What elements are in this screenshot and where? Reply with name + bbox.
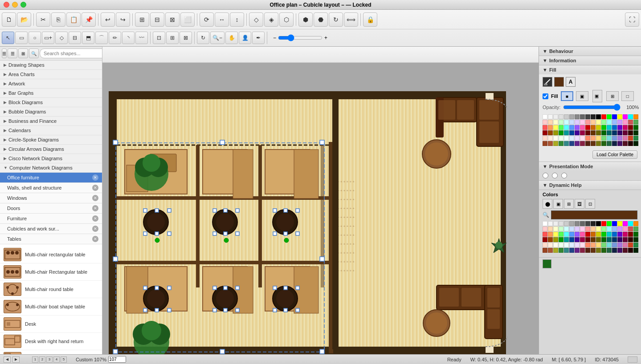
color-swatch[interactable] [601, 120, 606, 125]
color-swatch[interactable] [548, 136, 553, 141]
behaviour-header[interactable]: ▼ Behaviour [539, 47, 641, 56]
grid-view-button[interactable]: ⊞ [18, 49, 28, 58]
color-swatch[interactable] [607, 232, 612, 237]
pencil-tool[interactable]: ✏ [109, 32, 121, 44]
color-swatch[interactable] [553, 141, 558, 146]
connector-tool[interactable]: ⊟ [69, 32, 81, 44]
color-gradient-tool[interactable]: ▣ [553, 199, 563, 209]
color-swatch[interactable] [553, 120, 558, 125]
freehand-tool[interactable]: 〰 [135, 32, 148, 44]
color-swatch[interactable] [585, 136, 590, 141]
color-swatch[interactable] [617, 136, 622, 141]
presentation-mode-header[interactable]: ▼ Presentation Mode [539, 162, 641, 171]
paste-special-button[interactable]: 📌 [82, 12, 96, 27]
color-swatch[interactable] [628, 248, 633, 253]
list-item[interactable]: Multi-chair boat shape table [0, 298, 102, 315]
copy-button[interactable]: ⎘ [51, 12, 65, 27]
page-5-tab[interactable]: 5 [61, 356, 67, 363]
list-item[interactable]: Desk with left hand return [0, 350, 102, 354]
color-swatch[interactable] [633, 114, 638, 119]
zoom-slider[interactable] [278, 34, 323, 41]
list-view-button[interactable]: ☰ [8, 49, 17, 58]
color-swatch[interactable] [628, 221, 633, 226]
color-swatch[interactable] [623, 248, 628, 253]
color-search-display[interactable] [551, 210, 637, 219]
color-swatch[interactable] [628, 141, 633, 146]
position-button[interactable]: ⬣ [314, 12, 328, 27]
color-swatch[interactable] [548, 237, 553, 242]
color-swatch[interactable] [607, 120, 612, 125]
fill-header[interactable]: ▼ Fill [539, 65, 641, 74]
zoom-region-button[interactable]: ⊞ [166, 32, 179, 44]
rotate-button[interactable]: ↻ [329, 12, 343, 27]
fill-gradient-lr-button[interactable]: ▣ [576, 91, 588, 101]
color-swatch[interactable] [601, 141, 606, 146]
color-swatch[interactable] [569, 248, 574, 253]
color-swatch[interactable] [559, 114, 563, 119]
information-header[interactable]: ▼ Information [539, 56, 641, 65]
color-swatch[interactable] [633, 136, 638, 141]
color-swatch[interactable] [633, 221, 638, 226]
color-swatch[interactable] [543, 136, 547, 141]
color-swatch[interactable] [591, 232, 596, 237]
color-swatch[interactable] [601, 125, 606, 130]
color-swatch[interactable] [633, 248, 638, 253]
color-swatch[interactable] [548, 125, 553, 130]
subcategory-doors[interactable]: Doors ✕ [0, 203, 102, 214]
color-swatch[interactable] [601, 226, 606, 231]
sidebar-item-business-finance[interactable]: ▶ Business and Finance [0, 117, 102, 126]
color-swatch[interactable] [607, 221, 612, 226]
color-swatch[interactable] [564, 136, 569, 141]
color-swatch[interactable] [569, 120, 574, 125]
refresh-button[interactable]: ↻ [197, 32, 209, 44]
zoom-out-icon[interactable]: − [273, 35, 276, 41]
color-swatch[interactable] [596, 248, 601, 253]
color-swatch[interactable] [596, 232, 601, 237]
zoom-select-button[interactable]: ⊠ [180, 32, 192, 44]
pan-button[interactable]: ✋ [225, 32, 238, 44]
color-swatch[interactable] [543, 221, 547, 226]
color-swatch[interactable] [596, 243, 601, 247]
color-swatch[interactable] [580, 120, 585, 125]
sidebar-item-drawing-shapes[interactable]: ▶ Drawing Shapes [0, 61, 102, 70]
presentation-radio-1[interactable] [543, 173, 548, 178]
color-swatch[interactable] [548, 120, 553, 125]
diamond-tool[interactable]: ◇ [55, 32, 68, 44]
color-swatch[interactable] [607, 226, 612, 231]
sidebar-item-bubble-diagrams[interactable]: ▶ Bubble Diagrams [0, 107, 102, 117]
color-swatch[interactable] [612, 221, 617, 226]
color-swatch[interactable] [601, 114, 606, 119]
fit-page-button[interactable]: ⊡ [153, 32, 165, 44]
zoom-input[interactable] [108, 356, 126, 363]
color-swatch[interactable] [623, 120, 628, 125]
color-swatch[interactable] [543, 120, 547, 125]
color-swatch[interactable] [601, 243, 606, 247]
zoom-out-button[interactable]: 🔍− [210, 32, 225, 44]
close-subcategory-furniture-icon[interactable]: ✕ [92, 215, 98, 222]
color-swatch[interactable] [580, 221, 585, 226]
color-swatch[interactable] [607, 243, 612, 247]
subcategory-tables[interactable]: Tables ✕ [0, 234, 102, 244]
color-swatch[interactable] [580, 232, 585, 237]
color-swatch[interactable] [564, 125, 569, 130]
canvas-wrapper[interactable]: + + + + + + + + + + + + + + + + + + + + … [102, 63, 539, 354]
color-swatch[interactable] [623, 221, 628, 226]
color-swatch[interactable] [580, 125, 585, 130]
color-swatch[interactable] [623, 114, 628, 119]
dynamic-help-header[interactable]: ▼ Dynamic Help [539, 181, 641, 190]
close-subcategory-walls-icon[interactable]: ✕ [92, 185, 98, 191]
sidebar-item-artwork[interactable]: ▶ Artwork [0, 79, 102, 89]
maximize-window-button[interactable] [20, 2, 26, 8]
open-file-button[interactable]: 📂 [17, 12, 31, 27]
list-item[interactable]: Multi-chair rectangular table [0, 246, 102, 263]
ellipse-tool[interactable]: ○ [29, 32, 41, 44]
color-swatch[interactable] [601, 248, 606, 253]
color-swatch[interactable] [628, 114, 633, 119]
color-swatch[interactable] [617, 221, 622, 226]
color-swatch[interactable] [569, 130, 574, 135]
color-swatch[interactable] [543, 125, 547, 130]
list-item[interactable]: Desk with right hand return [0, 333, 102, 350]
load-color-palette-button[interactable]: Load Color Palette [592, 150, 637, 159]
color-swatch[interactable] [628, 232, 633, 237]
subcategory-windows[interactable]: Windows ✕ [0, 193, 102, 203]
